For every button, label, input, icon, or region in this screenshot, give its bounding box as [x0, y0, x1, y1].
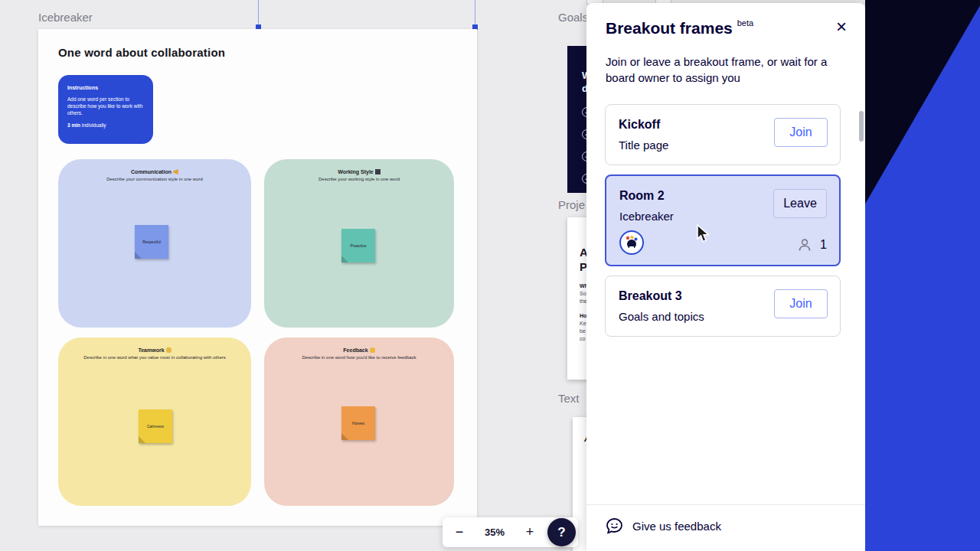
leave-button[interactable]: Leave: [773, 189, 827, 218]
quadrant-subtitle: Describe in one word what you value most…: [58, 355, 251, 360]
handshake-icon: [166, 347, 172, 353]
feedback-label: Give us feedback: [632, 520, 721, 533]
avatar-illustration: [623, 234, 640, 251]
panel-scrollbar[interactable]: [859, 111, 864, 142]
give-feedback-button[interactable]: Give us feedback: [606, 517, 721, 535]
close-icon[interactable]: ×: [836, 18, 847, 35]
zoom-out-button[interactable]: −: [443, 524, 476, 540]
laptop-icon: [375, 169, 381, 174]
quadrant-subtitle: Describe in one word how you'd like to r…: [264, 355, 454, 360]
sticky-note[interactable]: Honest: [341, 406, 375, 440]
room-card-kickoff: Kickoff Title page Join: [605, 104, 841, 165]
join-button[interactable]: Join: [774, 118, 828, 147]
selection-line: [258, 0, 259, 27]
selection-line: [475, 0, 475, 27]
feedback-smiley-icon: [606, 517, 623, 535]
mouse-cursor: [695, 224, 712, 244]
breakout-frames-panel: Breakout framesbeta × Join or leave a br…: [586, 3, 865, 551]
frame-label-icebreaker[interactable]: Icebreaker: [38, 11, 93, 24]
instructions-card[interactable]: Instructions Add one word per section to…: [58, 75, 153, 144]
sticky-note[interactable]: Respectful: [135, 225, 168, 259]
frame-label-projects[interactable]: Proje: [558, 198, 585, 211]
zoom-level[interactable]: 35%: [476, 527, 513, 538]
quadrant-title: Communication: [131, 169, 172, 174]
quadrant-title: Teamwork: [138, 347, 164, 353]
quadrant-title: Working Style: [338, 169, 374, 174]
blue-diagonal-shape: [865, 0, 980, 551]
panel-title: Breakout frames: [606, 19, 733, 37]
avatar: [619, 230, 644, 255]
frame-label-text[interactable]: Text: [558, 392, 580, 405]
room-card-room-2: Room 2 Icebreaker Leave 1: [605, 174, 841, 266]
participants: 1: [797, 237, 827, 253]
board-title: One word about collaboration: [58, 46, 225, 59]
instructions-body: Add one word per section to describe how…: [67, 96, 144, 116]
icebreaker-frame[interactable]: One word about collaboration Instruction…: [38, 29, 477, 526]
help-button[interactable]: ?: [547, 518, 576, 546]
quadrant-subtitle: Describe your communication style in one…: [58, 177, 251, 181]
megaphone-icon: [173, 169, 178, 174]
panel-divider: [586, 504, 865, 505]
panel-description: Join or leave a breakout frame, or wait …: [606, 54, 832, 86]
right-decorative-strip: [865, 0, 980, 551]
participant-count: 1: [820, 238, 827, 252]
person-icon: [797, 237, 812, 253]
thumbs-up-icon: [370, 347, 375, 353]
zoom-in-button[interactable]: +: [513, 524, 547, 540]
frame-label-goals[interactable]: Goals: [558, 11, 588, 24]
instructions-heading: Instructions: [67, 85, 144, 90]
sticky-note[interactable]: Calmness: [139, 409, 172, 443]
quadrant-subtitle: Describe your working style in one word: [264, 177, 454, 181]
room-card-breakout-3: Breakout 3 Goals and topics Join: [605, 276, 841, 337]
sticky-note[interactable]: Proactive: [341, 229, 375, 262]
instructions-duration: 3 min individually: [67, 122, 144, 128]
beta-badge: beta: [737, 18, 753, 28]
join-button[interactable]: Join: [774, 289, 828, 318]
quadrant-title: Feedback: [343, 347, 368, 353]
